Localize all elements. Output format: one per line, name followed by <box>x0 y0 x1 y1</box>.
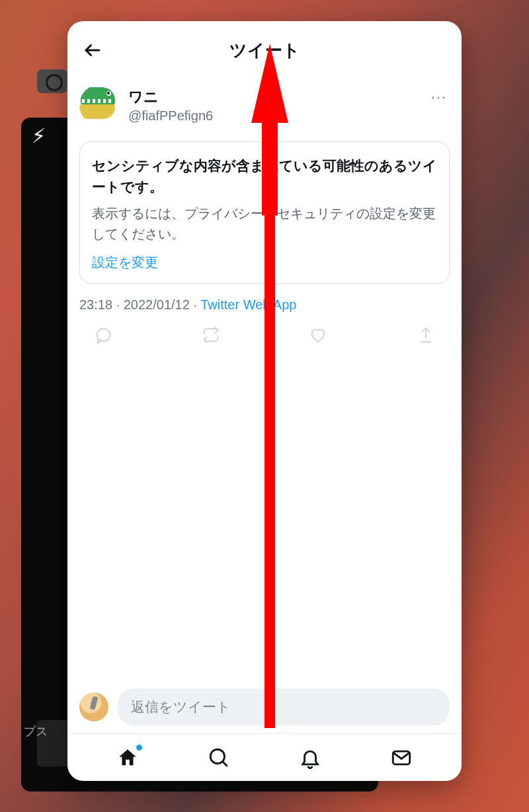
header: ツイート <box>67 21 462 79</box>
bell-icon <box>299 747 321 769</box>
sensitive-description: 表示するには、プライバシーとセキュリティの設定を変更してください。 <box>92 203 437 244</box>
avatar[interactable] <box>79 85 120 126</box>
display-name[interactable]: ワニ <box>128 87 421 107</box>
apps-label: プス <box>24 723 48 739</box>
more-button[interactable]: ··· <box>428 85 450 110</box>
tweet-source[interactable]: Twitter Web App <box>200 297 296 312</box>
my-avatar[interactable] <box>79 692 108 721</box>
svg-point-0 <box>210 749 224 763</box>
tweet-header: ワニ @fiafPPefign6 ··· <box>67 79 462 126</box>
change-settings-link[interactable]: 設定を変更 <box>92 254 158 272</box>
home-icon <box>116 747 139 769</box>
like-icon[interactable] <box>309 326 327 344</box>
share-icon[interactable] <box>417 326 435 344</box>
timestamp-row: 23:18 · 2022/01/12 · Twitter Web App <box>79 297 450 313</box>
back-arrow-icon <box>83 40 102 60</box>
reply-icon[interactable] <box>94 326 112 344</box>
twitter-app-card[interactable]: ツイート ワニ @fiafPPefign6 ··· センシティブな内容が含まれて… <box>67 21 462 781</box>
search-tab[interactable] <box>208 747 230 769</box>
tweet-date: 2022/01/12 <box>124 297 190 312</box>
user-handle[interactable]: @fiafPPefign6 <box>128 108 421 124</box>
reply-input[interactable]: 返信をツイート <box>118 688 450 725</box>
notifications-tab[interactable] <box>299 747 321 769</box>
notification-dot <box>136 745 142 751</box>
home-tab[interactable] <box>116 747 139 769</box>
sensitive-title: センシティブな内容が含まれている可能性のあるツイートです。 <box>92 155 437 197</box>
tweet-time: 23:18 <box>79 297 112 312</box>
tweet-actions <box>67 322 462 348</box>
retweet-icon[interactable] <box>202 326 220 344</box>
reply-composer: 返信をツイート <box>67 682 462 733</box>
messages-tab[interactable] <box>390 747 413 769</box>
flash-icon: ⚡︎ <box>32 124 46 147</box>
search-icon <box>208 747 230 769</box>
sensitive-content-warning: センシティブな内容が含まれている可能性のあるツイートです。 表示するには、プライ… <box>79 141 450 284</box>
bottom-tab-bar <box>67 733 462 781</box>
page-title: ツイート <box>67 39 462 62</box>
mail-icon <box>390 747 413 769</box>
back-button[interactable] <box>79 37 106 63</box>
camera-app-icon <box>37 69 67 93</box>
